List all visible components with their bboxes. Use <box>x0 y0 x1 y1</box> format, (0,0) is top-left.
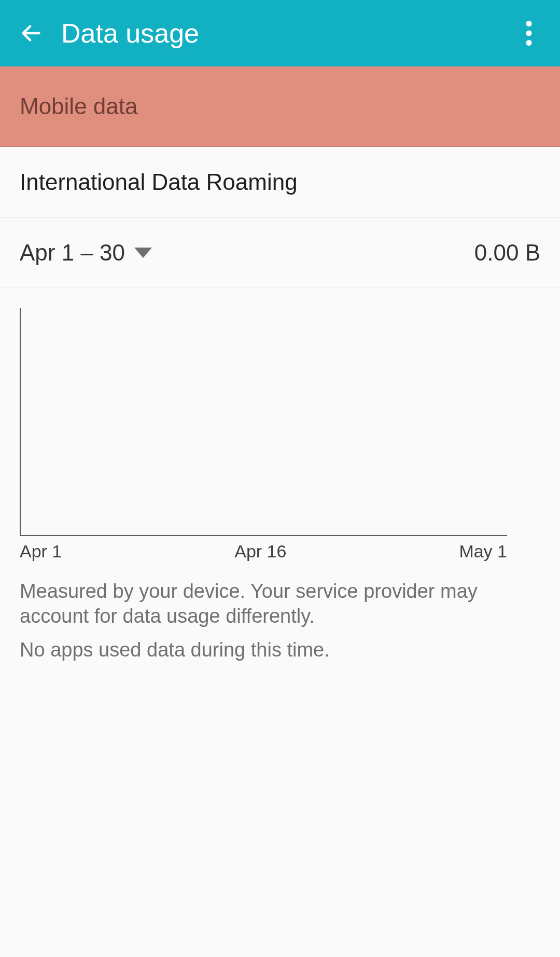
chart-x-axis: Apr 1 Apr 16 May 1 <box>20 536 507 562</box>
info-measured: Measured by your device. Your service pr… <box>20 579 540 628</box>
cycle-total-usage: 0.00 B <box>474 240 540 266</box>
roaming-label: International Data Roaming <box>20 169 298 195</box>
info-text: Measured by your device. Your service pr… <box>0 562 560 663</box>
xtick-label: May 1 <box>459 541 507 562</box>
svg-point-2 <box>526 30 531 36</box>
svg-marker-4 <box>134 248 152 258</box>
usage-chart: Apr 1 Apr 16 May 1 <box>0 288 560 562</box>
xtick-label: Apr 1 <box>20 541 62 562</box>
cycle-range-label: Apr 1 – 30 <box>20 240 125 266</box>
row-billing-cycle: Apr 1 – 30 0.00 B <box>0 217 560 288</box>
more-vert-icon <box>526 21 532 46</box>
info-no-apps: No apps used data during this time. <box>20 638 540 663</box>
appbar: Data usage <box>0 0 560 66</box>
svg-point-1 <box>526 21 531 26</box>
overflow-menu-button[interactable] <box>508 7 550 59</box>
tab-mobile-data[interactable]: Mobile data <box>20 93 137 119</box>
svg-point-3 <box>526 40 531 46</box>
row-international-roaming[interactable]: International Data Roaming <box>0 147 560 217</box>
chevron-down-icon <box>134 247 152 258</box>
chart-plot-area <box>20 308 507 536</box>
cycle-range-dropdown[interactable]: Apr 1 – 30 <box>20 240 152 266</box>
xtick-label: Apr 16 <box>234 541 286 562</box>
back-button[interactable] <box>5 7 57 59</box>
tabstrip: Mobile data <box>0 66 560 147</box>
page-title: Data usage <box>61 18 508 49</box>
arrow-left-icon <box>19 21 43 45</box>
